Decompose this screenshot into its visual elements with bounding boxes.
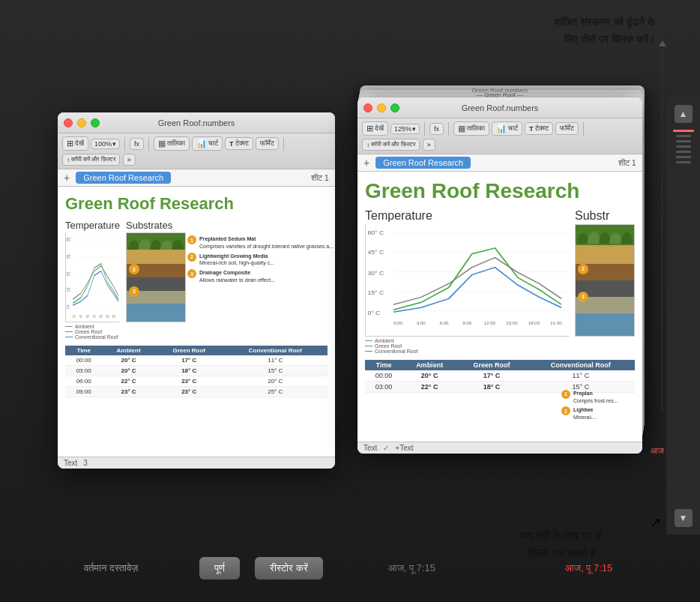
right-sub-label-3: 3 [578, 292, 588, 302]
sub-label-2: 2 [129, 264, 139, 274]
right-minimize-button[interactable] [377, 103, 386, 112]
right-maximize-button[interactable] [390, 103, 399, 112]
right-more-btn[interactable]: » [423, 139, 435, 151]
left-substrates-image: 1 2 3 [126, 232, 186, 322]
right-status-text: +Text [395, 444, 413, 452]
right-sheet-label: शीट 1 [618, 158, 636, 168]
svg-text:12:00: 12:00 [99, 315, 102, 319]
right-chart-btn[interactable]: 📊 चार्ट [492, 121, 522, 136]
left-add-tab[interactable]: + [64, 172, 70, 183]
right-col-time: Time [365, 360, 402, 370]
right-tab[interactable]: Green Roof Research [375, 157, 471, 169]
right-window: Green Roof.numbers ⊞देखें 125%▾ fx ▦ [357, 97, 642, 454]
version-tick-6[interactable] [676, 161, 691, 163]
fx-btn[interactable]: fx [130, 138, 144, 150]
left-tb-tools: ▦ तालिका 📊 चार्ट T टेक्स्ट फॉर्मेट [154, 136, 279, 151]
maximize-button[interactable] [91, 118, 100, 127]
left-window-wrapper: Green Roof.numbers ⊞देखें 100%▾ fx ▦ [58, 97, 335, 469]
svg-text:15° C: 15° C [367, 290, 384, 296]
version-tick-active[interactable] [673, 130, 694, 132]
version-down-button[interactable]: ▼ [675, 509, 693, 527]
svg-text:30°C: 30°C [67, 271, 71, 277]
left-window: Green Roof.numbers ⊞देखें 100%▾ fx ▦ [58, 112, 335, 469]
right-view-btn[interactable]: ⊞देखें [362, 121, 388, 136]
right-substrates-area: Substr 1 2 3 [575, 209, 635, 354]
right-fx-btn[interactable]: fx [429, 123, 444, 135]
tb-sep-3 [283, 137, 284, 151]
table-btn[interactable]: ▦ तालिका [154, 136, 190, 151]
text-btn[interactable]: T टेक्स्ट [225, 137, 253, 150]
table-row: 00:0020° C17° C11° C [65, 355, 328, 366]
chart-btn[interactable]: 📊 चार्ट [192, 136, 223, 151]
right-toolbar: ⊞देखें 125%▾ fx ▦ तालिका 📊 [357, 118, 642, 154]
right-col-green-roof: Green Roof [456, 360, 526, 370]
left-sub-list: 1Preplanted Sedum MatComprises varieties… [187, 235, 334, 322]
version-tick-5[interactable] [676, 156, 691, 158]
format-btn[interactable]: फॉर्मेट [256, 137, 279, 150]
copy-filter-btn[interactable]: ↕ कॉपी करें और फ़िल्टर [62, 154, 120, 166]
svg-text:0:00: 0:00 [393, 322, 402, 325]
right-copy-filter-btn[interactable]: ↕ कॉपी करें और फ़िल्टर [362, 139, 420, 151]
right-substrates-title: Substr [575, 209, 635, 223]
minimize-button[interactable] [77, 118, 86, 127]
right-line-chart: 60° C 45° C 30° C 15° C 0° C [365, 224, 569, 337]
svg-text:15:00: 15:00 [106, 315, 109, 319]
right-col-ambient: Ambient [402, 360, 456, 370]
version-bar: ▲ ▼ [666, 97, 700, 535]
right-format-btn[interactable]: फॉर्मेट [555, 122, 579, 135]
right-tabbar: + Green Roof Research शीट 1 [357, 154, 642, 172]
right-data-table: Time Ambient Green Roof Conventional Roo… [365, 360, 635, 393]
left-doc-title: Green Roof Research [65, 194, 328, 214]
right-tb-view-group: ⊞देखें 125%▾ [362, 121, 420, 136]
version-tick-3[interactable] [676, 145, 691, 148]
right-col-conv-roof: Conventional Roof [527, 360, 635, 370]
right-text-btn[interactable]: T टेक्स्ट [525, 122, 553, 135]
version-tick-4[interactable] [676, 151, 691, 153]
col-time: Time [65, 346, 102, 355]
version-tick-2[interactable] [676, 140, 691, 142]
right-titlebar: Green Roof.numbers [357, 97, 642, 118]
close-button[interactable] [64, 118, 73, 127]
svg-text:45° C: 45° C [367, 250, 384, 256]
left-content: Green Roof Research Temperature 60°C 45°… [58, 187, 335, 457]
right-zoom-control[interactable]: 125%▾ [390, 124, 420, 134]
left-tab[interactable]: Green Roof Research [76, 172, 171, 184]
left-temp-title: Temperature [65, 220, 120, 231]
right-table-btn[interactable]: ▦ तालिका [453, 121, 489, 136]
right-checkmark[interactable]: ✓ [383, 444, 389, 452]
left-chart-legend: Ambient Green Roof Conventional Roof [65, 324, 120, 340]
right-temp-title: Temperature [365, 209, 569, 223]
left-toolbar: ⊞देखें 100%▾ fx ▦ तालिका 📊 [58, 133, 335, 169]
left-titlebar: Green Roof.numbers [58, 112, 335, 133]
right-close-button[interactable] [363, 103, 372, 112]
version-up-button[interactable]: ▲ [675, 105, 693, 123]
right-chart-legend: Ambient Green Roof Conventional Roof [365, 338, 569, 354]
svg-text:6:00: 6:00 [440, 322, 449, 325]
svg-text:0°C: 0°C [67, 304, 70, 310]
right-sub-list-overlay: 1 PreplanCompris frost-res... 2 LightweM… [561, 390, 636, 424]
left-window-title: Green Roof.numbers [158, 118, 235, 127]
view-btn[interactable]: ⊞देखें [62, 136, 88, 151]
svg-text:60° C: 60° C [367, 230, 384, 236]
right-add-tab[interactable]: + [363, 157, 369, 168]
left-substrates-area: Substrates 1 2 3 [126, 220, 334, 340]
version-tick-1[interactable] [676, 135, 691, 137]
svg-text:12:00: 12:00 [484, 322, 495, 325]
svg-text:9:00: 9:00 [93, 315, 95, 319]
svg-text:9:00: 9:00 [462, 322, 471, 325]
svg-text:30° C: 30° C [367, 270, 384, 276]
restore-button[interactable]: रीस्टोर करें [255, 557, 323, 580]
timestamp-right[interactable]: आज, पू 7:15 [501, 562, 678, 574]
svg-text:18:00: 18:00 [528, 322, 540, 325]
right-text-label: Text [363, 444, 377, 452]
left-traffic-lights [64, 118, 100, 127]
right-substrates-image: 1 2 3 [575, 224, 635, 337]
left-line-chart: 60°C 45°C 30°C 15°C 0°C [65, 232, 120, 322]
right-statusbar: Text ✓ +Text [357, 442, 642, 454]
done-button[interactable]: पूर्ण [199, 557, 240, 580]
right-content: Green Roof Research Temperature 60° C 45… [357, 172, 642, 442]
zoom-control[interactable]: 100%▾ [91, 139, 120, 149]
right-window-wrapper: Green Roof.numbers — Green Roof — Green … [357, 97, 642, 454]
right-sub-label-2: 2 [578, 264, 588, 274]
more-btn[interactable]: » [123, 154, 136, 166]
